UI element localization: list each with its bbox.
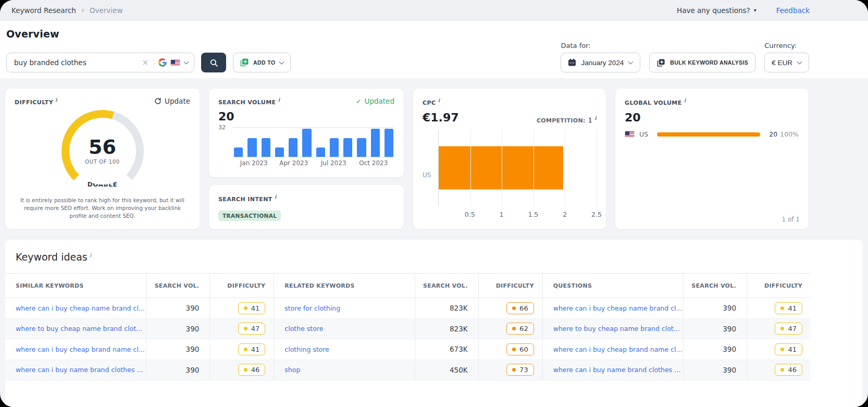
keyword-cell: where can i buy name brand clothes c... xyxy=(543,360,683,380)
search-volume-cell: 823K xyxy=(415,319,478,339)
keyword-link[interactable]: where can i buy cheap brand name cl... xyxy=(16,346,145,353)
keyword-link[interactable]: where to buy cheap name brand clot... xyxy=(553,325,680,332)
info-icon[interactable]: i xyxy=(90,252,92,258)
table-row: where can i buy cheap brand name cl...39… xyxy=(543,339,811,360)
difficulty-value: 41 xyxy=(788,346,797,353)
country-volume-bar xyxy=(657,132,760,137)
column-header-search-vol[interactable]: SEARCH VOL. xyxy=(415,274,478,298)
topbar-right: Have any questions? ▾ Feedback xyxy=(677,6,810,15)
volume-bar-feb-2023 xyxy=(262,138,270,157)
volume-bar-oct-2023 xyxy=(371,129,380,156)
global-volume-value: 20 xyxy=(625,111,799,124)
add-to-button[interactable]: ADD TO xyxy=(233,53,291,72)
difficulty-dot-icon xyxy=(244,348,247,351)
keyword-link[interactable]: where can i buy name brand clothes c... xyxy=(553,366,683,374)
middle-column: SEARCH VOLUMEi ✓ Updated 20 32 Jan 2023A… xyxy=(209,89,404,229)
keyword-link[interactable]: where can i buy name brand clothes ... xyxy=(16,366,143,374)
difficulty-cell: 66 xyxy=(478,298,542,318)
difficulty-out-of: OUT OF 100 xyxy=(85,159,119,165)
breadcrumb: Keyword Research › Overview xyxy=(11,6,122,15)
chevron-down-icon xyxy=(628,59,634,65)
check-icon: ✓ xyxy=(356,97,362,105)
volume-bar-jul-2023 xyxy=(330,138,339,157)
keyword-link[interactable]: clothe store xyxy=(284,325,323,332)
add-to-list-icon xyxy=(240,58,249,67)
search-volume-value: 20 xyxy=(218,110,394,123)
info-icon[interactable]: i xyxy=(278,97,280,103)
difficulty-dot-icon xyxy=(244,306,247,310)
country-volume-numbers: 20100% xyxy=(769,130,799,138)
x-axis-tick: Oct 2023 xyxy=(359,159,388,167)
search-volume-cell: 673K xyxy=(415,339,478,360)
difficulty-badge: 62 xyxy=(506,323,534,335)
currency-selector[interactable]: € EUR xyxy=(764,53,809,72)
table-row: where can i buy cheap name brand cl...39… xyxy=(543,298,811,319)
date-selector[interactable]: January 2024 xyxy=(561,53,640,72)
x-axis-tick: 2.5 xyxy=(591,211,602,218)
search-volume-cell: 823K xyxy=(415,298,478,318)
table-row: where can i buy cheap name brand cl...39… xyxy=(5,298,274,319)
keyword-link[interactable]: store for clothing xyxy=(284,304,340,312)
currency-group: Currency: € EUR xyxy=(764,42,809,72)
database-selector[interactable] xyxy=(158,58,189,67)
difficulty-dot-icon xyxy=(780,368,784,372)
feedback-link[interactable]: Feedback xyxy=(776,6,810,15)
questions-menu[interactable]: Have any questions? ▾ xyxy=(677,6,757,15)
difficulty-card: DIFFICULTYi Update 56 OUT OF 100 DOABLE … xyxy=(5,89,200,229)
difficulty-value: 47 xyxy=(788,325,797,332)
keyword-cell: where can i buy cheap brand name cl... xyxy=(5,339,146,360)
keyword-link[interactable]: shop xyxy=(284,366,300,374)
table-row: where to buy cheap name brand clot...390… xyxy=(543,319,811,340)
info-icon[interactable]: i xyxy=(275,194,277,200)
clear-icon[interactable]: × xyxy=(141,58,150,67)
keyword-link[interactable]: where can i buy cheap brand name cl... xyxy=(553,346,683,353)
info-icon[interactable]: i xyxy=(438,97,440,103)
search-volume-bars xyxy=(234,127,393,157)
search-volume-cell: 450K xyxy=(415,360,478,380)
column-header-difficulty[interactable]: DIFFICULTY xyxy=(209,274,274,298)
column-header-search-vol[interactable]: SEARCH VOL. xyxy=(146,274,209,298)
keyword-link[interactable]: where can i buy cheap name brand cl... xyxy=(553,304,683,312)
keyword-table: SIMILAR KEYWORDSSEARCH VOL.DIFFICULTYwhe… xyxy=(5,274,274,380)
bulk-analysis-button[interactable]: BULK KEYWORD ANALYSIS xyxy=(649,53,755,72)
search-volume-ticks: Jan 2023Apr 2023Jul 2023Oct 2023 xyxy=(234,159,393,168)
country-code: US xyxy=(639,130,648,138)
column-header-difficulty[interactable]: DIFFICULTY xyxy=(478,274,542,298)
difficulty-value: 60 xyxy=(519,346,528,353)
info-icon[interactable]: i xyxy=(55,97,57,103)
breadcrumb-keyword-research[interactable]: Keyword Research xyxy=(11,6,76,15)
keyword-table: RELATED KEYWORDSSEARCH VOL.DIFFICULTYsto… xyxy=(274,274,542,380)
bulk-group: BULK KEYWORD ANALYSIS xyxy=(649,42,755,72)
difficulty-cell: 73 xyxy=(478,360,542,380)
keyword-link[interactable]: where to buy cheap name brand clot... xyxy=(16,325,142,332)
volume-bar-mar-2023 xyxy=(275,147,284,157)
difficulty-score: 56 xyxy=(89,137,116,157)
pagination: 1 of 1 xyxy=(782,216,800,223)
update-button[interactable]: Update xyxy=(154,97,190,105)
info-icon[interactable]: i xyxy=(594,115,597,121)
keyword-cell: where can i buy cheap name brand cl... xyxy=(543,298,683,318)
us-flag-icon xyxy=(170,59,180,66)
volume-bar-sep-2023 xyxy=(357,138,366,157)
google-icon xyxy=(158,58,167,67)
difficulty-cell: 46 xyxy=(747,360,811,380)
search-input[interactable] xyxy=(14,58,137,67)
difficulty-badge: 73 xyxy=(506,364,534,376)
search-volume-cell: 390 xyxy=(146,360,209,380)
info-icon[interactable]: i xyxy=(684,97,686,103)
keyword-link[interactable]: clothing store xyxy=(284,346,329,353)
cpc-chart: US 0.511.522.5 xyxy=(423,129,597,221)
search-button[interactable] xyxy=(201,53,226,72)
keyword-cell: store for clothing xyxy=(274,298,414,318)
search-volume-label: SEARCH VOLUMEi xyxy=(218,97,280,106)
cpc-bar xyxy=(439,146,563,190)
column-header-difficulty[interactable]: DIFFICULTY xyxy=(747,274,811,298)
column-header-search-vol[interactable]: SEARCH VOL. xyxy=(683,274,747,298)
keyword-link[interactable]: where can i buy cheap name brand cl... xyxy=(16,304,145,312)
intent-badge: TRANSACTIONAL xyxy=(218,211,281,221)
x-axis-tick: Jul 2023 xyxy=(321,159,346,167)
page-header: Overview × ADD TO xyxy=(0,21,868,78)
difficulty-value: 73 xyxy=(519,366,528,374)
cpc-label: CPCi xyxy=(423,100,440,106)
difficulty-dot-icon xyxy=(512,348,516,351)
